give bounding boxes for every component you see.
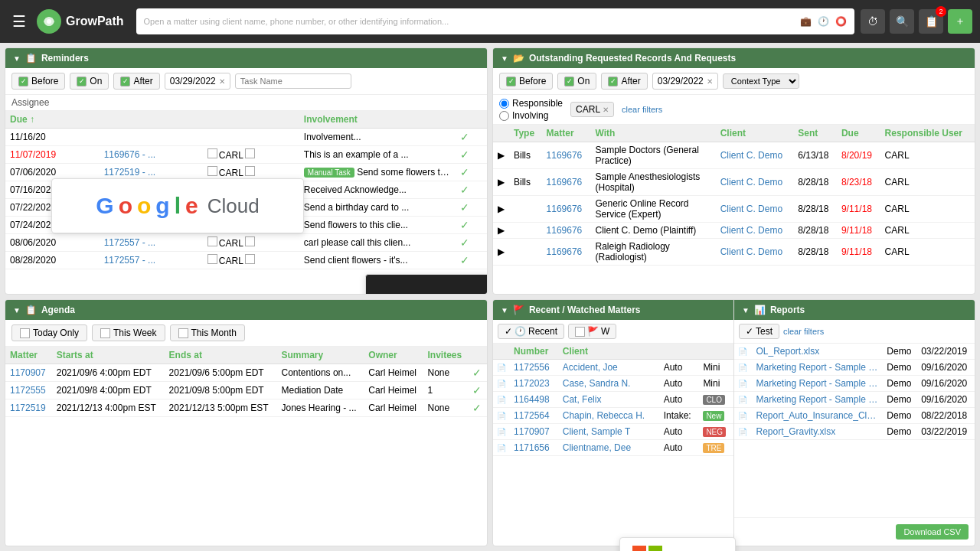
action-cell[interactable]: ✓ [456,146,487,164]
date-clear-btn[interactable]: ✕ [219,77,225,86]
check-icon[interactable]: ✓ [460,236,469,249]
report-name[interactable]: Report_Auto_Insurance_Claims.xlsx [752,408,883,424]
task-name-input[interactable] [235,73,351,89]
action-cell[interactable]: ✓ [456,181,487,199]
outstanding-table-wrapper[interactable]: Type Matter With Client Sent Due Respons… [493,125,975,294]
reports-table-wrapper[interactable]: 📄 OL_Report.xlsx Demo 03/22/2019 📄 Marke… [734,344,975,517]
action-cell[interactable]: ✓ [468,399,487,417]
check-icon[interactable]: ✓ [460,201,469,214]
check-icon[interactable]: ✓ [460,219,469,231]
test-btn[interactable]: ✓ Test [739,324,779,339]
before-filter-btn[interactable]: ✓ Before [11,73,65,90]
search-button[interactable]: 🔍 [890,9,914,34]
client-cell[interactable]: Clientname, Dee [559,440,660,456]
number-cell[interactable]: 1171656 [510,440,559,456]
action-cell[interactable]: ✓ [456,252,487,269]
col-involvement[interactable]: Involvement [299,111,456,129]
out-col-due[interactable]: Due [837,125,880,142]
ag-col-ends[interactable]: Ends at [165,347,277,364]
out-col-type[interactable]: Type [509,125,542,142]
responsible-radio[interactable] [499,99,509,109]
recent-table-wrapper[interactable]: Number Client 📄 1172556 Accident, Joe Au… [493,344,733,546]
agenda-table-wrapper[interactable]: Matter Starts at Ends at Summary Owner I… [5,347,487,546]
ag-col-owner[interactable]: Owner [364,347,423,364]
expand-cell[interactable]: ▶ [493,142,509,169]
ag-col-invitees[interactable]: Invitees [423,347,469,364]
matter-cell[interactable]: 1169676 [542,196,591,223]
col-due[interactable]: Due ↑ [5,111,100,129]
action-cell[interactable]: ✓ [468,364,487,382]
involving-radio-label[interactable]: Involving [499,110,563,121]
done-checkbox[interactable] [207,254,217,264]
client-cell[interactable]: Client C. Demo [716,223,794,239]
rec-col-type[interactable] [660,344,700,360]
out-col-user[interactable]: Responsible User [880,125,975,142]
client-cell[interactable]: Client C. Demo [716,196,794,223]
done-checkbox[interactable] [207,148,217,158]
outstanding-chevron[interactable]: ▼ [501,54,508,63]
out-date-filter[interactable]: 03/29/2022 ✕ [652,73,718,90]
recent-chevron[interactable]: ▼ [501,306,508,315]
client-cell[interactable]: Case, Sandra N. [559,376,660,392]
expand-cell[interactable]: ▶ [493,169,509,196]
menu-icon[interactable]: ☰ [8,8,31,35]
recent-btn[interactable]: ✓ 🕐 Recent [498,324,564,339]
done-checkbox2[interactable] [245,254,255,264]
matter-cell[interactable]: 1170907 [5,364,52,382]
check-icon[interactable]: ✓ [460,166,469,178]
client-cell[interactable]: Client C. Demo [716,142,794,169]
matter-cell[interactable]: 1172519 [5,399,52,417]
matter-cell[interactable]: 1169676 [542,223,591,239]
download-csv-btn[interactable]: Download CSV [896,524,969,540]
check-icon[interactable]: ✓ [460,148,469,161]
action-cell[interactable]: ✓ [456,129,487,146]
report-name[interactable]: Report_Gravity.xlsx [752,424,883,440]
report-name[interactable]: Marketing Report - Sample - 03.pdf [752,392,883,408]
col-user[interactable] [203,111,299,129]
expand-cell[interactable]: ▶ [493,196,509,223]
report-name[interactable]: OL_Report.xlsx [752,344,883,360]
notifications-button[interactable]: 📋 2 [919,9,943,34]
action-cell[interactable]: ✓ [456,199,487,217]
watched-checkbox[interactable] [575,327,585,337]
matter-cell[interactable]: 1172555 [5,382,52,399]
done-checkbox2[interactable] [245,236,255,246]
action-cell[interactable]: ✓ [468,382,487,399]
rec-col-status[interactable] [699,344,733,360]
reports-chevron[interactable]: ▼ [742,306,750,315]
out-after-btn[interactable]: ✓ After [601,73,647,90]
matter-cell[interactable]: 1169676 [542,169,591,196]
done-checkbox2[interactable] [245,148,255,158]
watched-btn[interactable]: 🚩 W [568,324,616,339]
responsible-radio-label[interactable]: Responsible [499,98,563,109]
client-cell[interactable]: Chapin, Rebecca H. [559,408,660,424]
timer-button[interactable]: ⏱ [861,9,885,34]
done-checkbox2[interactable] [245,166,255,176]
number-cell[interactable]: 1172023 [510,376,559,392]
reminders-chevron[interactable]: ▼ [13,54,21,63]
agenda-chevron[interactable]: ▼ [13,306,21,315]
client-cell[interactable]: Client C. Demo [716,169,794,196]
client-cell[interactable]: Cat, Felix [559,392,660,408]
after-filter-btn[interactable]: ✓ After [113,73,159,90]
done-checkbox[interactable] [207,236,217,246]
context-type-select[interactable]: Context Type [723,73,799,89]
rec-col-number[interactable]: Number [510,344,559,360]
out-on-btn[interactable]: ✓ On [557,73,596,90]
this-week-checkbox[interactable] [100,328,110,338]
this-month-btn[interactable]: This Month [170,324,245,341]
number-cell[interactable]: 1172564 [510,408,559,424]
out-col-client[interactable]: Client [716,125,794,142]
expand-cell[interactable]: ▶ [493,239,509,266]
reports-clear-filters[interactable]: clear filters [783,327,824,336]
out-col-sent[interactable]: Sent [793,125,837,142]
rec-col-client[interactable]: Client [559,344,660,360]
out-before-btn[interactable]: ✓ Before [499,73,553,90]
matter-cell[interactable]: 1172557 - ... [100,252,203,269]
carl-tag-remove[interactable]: ✕ [603,106,609,114]
client-cell[interactable]: Client, Sample T [559,424,660,440]
number-cell[interactable]: 1164498 [510,392,559,408]
action-cell[interactable]: ✓ [456,234,487,252]
matter-cell[interactable] [100,129,203,146]
action-cell[interactable]: ✓ [456,164,487,181]
